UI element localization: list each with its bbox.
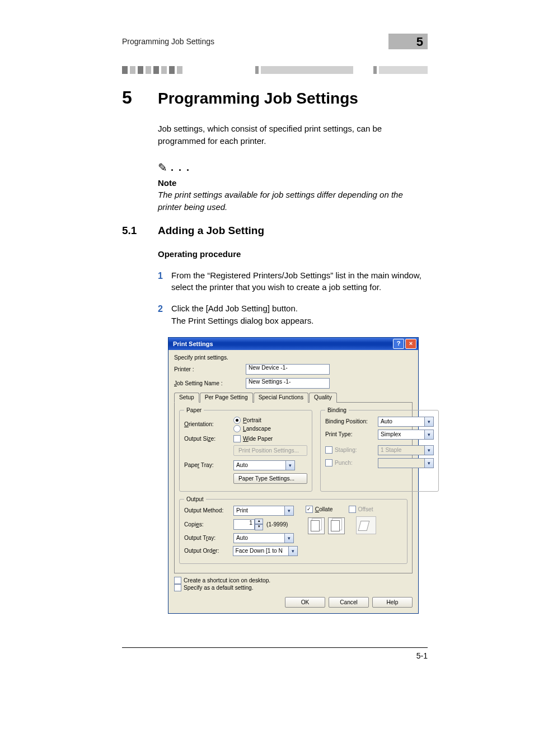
ok-button[interactable]: OK xyxy=(285,597,325,608)
chevron-down-icon: ▾ xyxy=(288,547,297,556)
checkbox-icon xyxy=(325,446,332,454)
chevron-down-icon: ▾ xyxy=(284,506,293,515)
note-label: Note xyxy=(158,177,428,189)
radio-icon xyxy=(233,425,241,432)
punch-select: ▾ xyxy=(378,458,434,468)
output-order-select[interactable]: Face Down [1 to N▾ xyxy=(233,546,298,556)
specify-default-checkbox[interactable]: Specify as a default setting. xyxy=(174,584,413,591)
collate-preview-icon xyxy=(308,517,345,534)
help-button[interactable]: Help xyxy=(372,597,413,608)
copies-label: Copies: xyxy=(184,521,233,528)
offset-checkbox: Offset xyxy=(349,506,373,513)
output-legend: Output xyxy=(184,496,206,502)
chevron-down-icon: ▾ xyxy=(285,461,294,470)
step-2-text-line2: The Print Settings dialog box appears. xyxy=(171,315,428,327)
paper-type-settings-button[interactable]: Paper Type Settings... xyxy=(233,473,307,484)
chapter-number: 5 xyxy=(122,87,158,108)
checkbox-icon xyxy=(174,584,181,591)
output-method-select[interactable]: Print▾ xyxy=(233,506,294,516)
dialog-title: Print Settings xyxy=(173,340,392,347)
intro-paragraph: Job settings, which consist of specified… xyxy=(158,123,428,147)
section-title: Adding a Job Setting xyxy=(158,225,264,237)
tab-setup[interactable]: Setup xyxy=(174,393,199,403)
copies-spinner[interactable]: 1 ▴▾ xyxy=(233,519,263,530)
output-size-label: Output Size: xyxy=(184,436,233,442)
page-number: 5-1 xyxy=(416,651,428,660)
section-number: 5.1 xyxy=(122,225,158,237)
copies-range: (1-9999) xyxy=(266,521,288,528)
binding-position-label: Binding Position: xyxy=(325,418,378,424)
checkbox-icon xyxy=(349,506,356,513)
stapling-select: 1 Staple▾ xyxy=(378,445,434,455)
print-type-select[interactable]: Simplex▾ xyxy=(378,430,434,440)
tab-per-page[interactable]: Per Page Setting xyxy=(200,393,253,403)
print-position-settings-button: Print Position Settings... xyxy=(233,445,307,456)
note-block: ✎ . . . Note The print settings availabl… xyxy=(158,160,428,213)
paper-tray-select[interactable]: Auto▾ xyxy=(233,460,295,470)
output-order-label: Output Order: xyxy=(184,548,233,554)
binding-position-select[interactable]: Auto▾ xyxy=(378,417,434,427)
step-2-number: 2 xyxy=(158,302,171,327)
offset-preview-icon xyxy=(356,516,376,534)
collate-checkbox[interactable]: Collate xyxy=(306,506,333,513)
checkbox-icon xyxy=(325,459,332,466)
tab-special-functions[interactable]: Special Functions xyxy=(254,393,308,403)
chevron-down-icon: ▾ xyxy=(424,417,433,426)
punch-checkbox: Punch: xyxy=(325,459,378,466)
step-1-number: 1 xyxy=(158,269,171,294)
output-group: Output Output Method: Print▾ Copies: xyxy=(179,496,407,564)
note-icon: ✎ xyxy=(158,160,167,176)
orientation-portrait-radio[interactable]: Portrait xyxy=(233,417,271,424)
print-settings-dialog: Print Settings ? × Specify print setting… xyxy=(168,337,419,614)
running-header-text: Programming Job Settings xyxy=(122,37,388,46)
spinner-down-icon[interactable]: ▾ xyxy=(255,524,263,530)
note-dots: . . . xyxy=(171,160,190,175)
step-1-text: From the “Registered Printers/Job Settin… xyxy=(171,269,428,294)
copies-value[interactable]: 1 xyxy=(233,519,255,530)
window-close-button[interactable]: × xyxy=(405,339,416,349)
radio-icon xyxy=(233,417,241,424)
stapling-checkbox: Stapling: xyxy=(325,446,378,454)
chevron-down-icon: ▾ xyxy=(424,446,433,455)
printer-label: Printer : xyxy=(174,366,246,372)
paper-group: Paper Orientation: Portrait xyxy=(179,407,312,492)
chevron-down-icon: ▾ xyxy=(284,534,293,543)
page-footer: 5-1 xyxy=(122,647,428,660)
output-method-label: Output Method: xyxy=(184,507,233,514)
binding-legend: Binding xyxy=(325,407,349,413)
sub-heading: Operating procedure xyxy=(158,248,428,260)
chapter-title: Programming Job Settings xyxy=(158,90,358,108)
tab-quality[interactable]: Quality xyxy=(309,393,337,403)
chevron-down-icon: ▾ xyxy=(424,459,433,468)
paper-legend: Paper xyxy=(184,407,204,413)
spinner-up-icon[interactable]: ▴ xyxy=(255,519,263,525)
window-help-button[interactable]: ? xyxy=(393,339,404,349)
note-text: The print settings available for job set… xyxy=(158,189,428,213)
output-tray-select[interactable]: Auto▾ xyxy=(233,533,294,543)
wide-paper-checkbox[interactable]: Wide Paper xyxy=(233,435,273,442)
output-tray-label: Output Tray: xyxy=(184,535,233,541)
step-1: 1 From the “Registered Printers/Job Sett… xyxy=(158,269,428,294)
binding-group: Binding Binding Position: Auto▾ Print Ty… xyxy=(320,407,439,492)
step-2-text-line1: Click the [Add Job Setting] button. xyxy=(171,302,428,315)
checkbox-icon xyxy=(174,577,181,584)
create-shortcut-checkbox[interactable]: Create a shortcut icon on desktop. xyxy=(174,577,413,584)
job-setting-name-label: Job Setting Name : xyxy=(174,380,246,386)
header-decor xyxy=(0,54,534,74)
orientation-landscape-radio[interactable]: Landscape xyxy=(233,425,271,432)
printer-field[interactable]: New Device -1- xyxy=(246,364,330,375)
checkbox-icon xyxy=(233,435,241,442)
checkbox-icon xyxy=(306,506,313,513)
chapter-number-badge: 5 xyxy=(388,34,428,49)
orientation-label: Orientation: xyxy=(184,421,233,427)
print-type-label: Print Type: xyxy=(325,431,378,437)
chevron-down-icon: ▾ xyxy=(424,430,433,439)
dialog-instruction: Specify print settings. xyxy=(174,354,413,361)
cancel-button[interactable]: Cancel xyxy=(329,597,369,608)
tab-strip: Setup Per Page Setting Special Functions… xyxy=(174,392,413,403)
paper-tray-label: Paper Tray: xyxy=(184,462,233,468)
step-2: 2 Click the [Add Job Setting] button. Th… xyxy=(158,302,428,327)
job-setting-name-field[interactable]: New Settings -1- xyxy=(246,378,330,389)
